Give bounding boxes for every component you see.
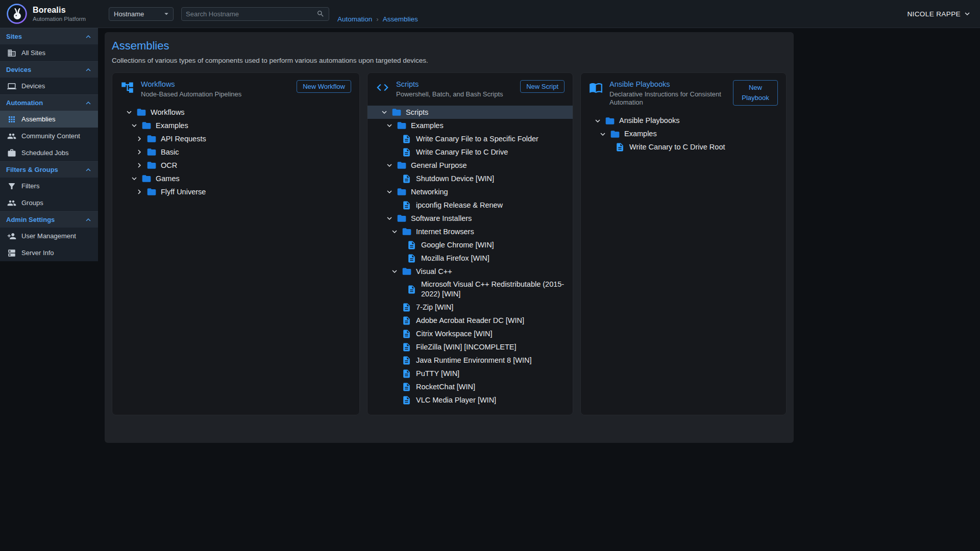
tree-item-file[interactable]: Shutdown Device [WIN] xyxy=(368,172,573,185)
chevron-down-icon[interactable] xyxy=(380,108,391,117)
sidebar-item-devices[interactable]: Devices xyxy=(0,78,98,94)
sidebar-section-automation[interactable]: Automation xyxy=(0,94,98,111)
tree-item-file[interactable]: RocketChat [WIN] xyxy=(368,380,573,393)
tree-item-file[interactable]: FileZilla [WIN] [INCOMPLETE] xyxy=(368,340,573,354)
tree-item-label: Microsoft Visual C++ Redistributable (20… xyxy=(421,278,568,300)
tree-item-file[interactable]: Mozilla Firefox [WIN] xyxy=(368,252,573,265)
card-titles: WorkflowsNode-Based Automation Pipelines xyxy=(141,80,290,98)
sidebar-item-filters[interactable]: Filters xyxy=(0,178,98,194)
tree-item-label: Examples xyxy=(411,119,444,132)
dropdown-caret-icon xyxy=(162,9,171,18)
tree-item-label: VLC Media Player [WIN] xyxy=(416,394,496,407)
tree-item-folder[interactable]: Networking xyxy=(368,185,573,198)
groups-icon xyxy=(7,198,16,208)
folder-icon xyxy=(402,227,412,237)
user-management-icon xyxy=(7,232,16,241)
chevron-down-icon xyxy=(963,9,972,18)
hostname-dropdown[interactable]: Hostname xyxy=(109,7,174,21)
sidebar-item-scheduled-jobs[interactable]: Scheduled Jobs xyxy=(0,144,98,161)
new-workflow-button[interactable]: New Workflow xyxy=(297,80,351,93)
chevron-down-icon[interactable] xyxy=(130,121,141,130)
sidebar-item-label: User Management xyxy=(21,232,76,240)
tree-item-folder[interactable]: Examples xyxy=(112,119,359,132)
file-icon xyxy=(407,285,417,294)
chevron-down-icon[interactable] xyxy=(130,174,141,183)
page-title: Assemblies xyxy=(112,39,787,53)
tree-item-file[interactable]: 7-Zip [WIN] xyxy=(368,300,573,314)
chevron-down-icon[interactable] xyxy=(385,187,397,196)
page-description: Collections of various types of componen… xyxy=(112,57,787,64)
tree-item-folder[interactable]: Software Installers xyxy=(368,212,573,225)
tree-item-file[interactable]: VLC Media Player [WIN] xyxy=(368,393,573,407)
sidebar-item-community-content[interactable]: Community Content xyxy=(0,128,98,144)
tree-item-folder[interactable]: Basic xyxy=(112,145,359,159)
tree-item-file[interactable]: Citrix Workspace [WIN] xyxy=(368,327,573,340)
breadcrumb-assemblies[interactable]: Assemblies xyxy=(383,15,418,23)
file-icon xyxy=(402,201,412,210)
tree-item-label: Examples xyxy=(156,119,188,132)
sidebar-section-filters-groups[interactable]: Filters & Groups xyxy=(0,161,98,178)
chevron-down-icon[interactable] xyxy=(390,267,402,276)
file-icon xyxy=(402,382,412,392)
tree-item-folder[interactable]: Examples xyxy=(368,119,573,132)
chevron-right-icon[interactable] xyxy=(135,161,146,170)
chevron-right-icon[interactable] xyxy=(135,134,146,143)
chevron-down-icon[interactable] xyxy=(390,227,402,236)
chevron-right-icon[interactable] xyxy=(135,187,146,196)
folder-icon xyxy=(391,107,402,117)
tree-item-folder[interactable]: Workflows xyxy=(112,106,359,119)
tree-item-folder[interactable]: Ansible Playbooks xyxy=(581,114,786,128)
user-menu[interactable]: NICOLE RAPPE xyxy=(907,9,972,18)
tree-item-folder[interactable]: Flyff Universe xyxy=(112,185,359,198)
tree-item-folder[interactable]: Visual C++ xyxy=(368,265,573,278)
sidebar-item-server-info[interactable]: Server Info xyxy=(0,244,98,261)
jobs-icon xyxy=(7,148,16,158)
top-bar: Borealis Automation Platform Hostname Au… xyxy=(0,0,980,28)
tree-item-folder[interactable]: OCR xyxy=(112,159,359,172)
tree-item-file[interactable]: Java Runtime Environment 8 [WIN] xyxy=(368,354,573,367)
tree-item-folder[interactable]: General Purpose xyxy=(368,159,573,172)
new-playbook-button[interactable]: New Playbook xyxy=(733,80,778,106)
tree-item-file[interactable]: Write Canary File to a Specific Folder xyxy=(368,132,573,145)
assemblies-icon xyxy=(7,115,16,124)
sidebar-item-groups[interactable]: Groups xyxy=(0,194,98,211)
tree-item-file[interactable]: ipconfig Release & Renew xyxy=(368,198,573,212)
sidebar-item-label: Filters xyxy=(21,182,39,190)
file-icon xyxy=(402,356,412,365)
sidebar-item-label: Groups xyxy=(21,199,43,207)
sites-icon xyxy=(7,48,16,58)
tree-item-label: RocketChat [WIN] xyxy=(416,381,475,393)
chevron-right-icon[interactable] xyxy=(135,147,146,157)
breadcrumb-automation[interactable]: Automation xyxy=(337,15,372,23)
search-input[interactable] xyxy=(186,10,316,18)
chevron-down-icon[interactable] xyxy=(598,130,610,139)
tree-item-label: FileZilla [WIN] [INCOMPLETE] xyxy=(416,341,517,354)
tree-item-folder[interactable]: Internet Browsers xyxy=(368,225,573,238)
chevron-down-icon[interactable] xyxy=(385,121,397,130)
sidebar-section-admin-settings[interactable]: Admin Settings xyxy=(0,211,98,228)
sidebar-section-sites[interactable]: Sites xyxy=(0,28,98,44)
sidebar-item-user-management[interactable]: User Management xyxy=(0,228,98,244)
chevron-down-icon[interactable] xyxy=(385,161,397,170)
tree-item-file[interactable]: Google Chrome [WIN] xyxy=(368,238,573,252)
folder-icon xyxy=(610,129,620,139)
new-script-button[interactable]: New Script xyxy=(520,80,565,93)
tree-item-folder[interactable]: Examples xyxy=(581,128,786,141)
tree-item-folder[interactable]: API Requests xyxy=(112,132,359,145)
tree-item-folder[interactable]: Games xyxy=(112,172,359,185)
chevron-down-icon[interactable] xyxy=(593,116,605,126)
sidebar-item-assemblies[interactable]: Assemblies xyxy=(0,111,98,128)
cards-row: WorkflowsNode-Based Automation Pipelines… xyxy=(112,72,787,415)
tree-item-file[interactable]: Adobe Acrobat Reader DC [WIN] xyxy=(368,314,573,327)
folder-icon xyxy=(146,147,157,157)
sidebar-item-all-sites[interactable]: All Sites xyxy=(0,44,98,61)
sidebar-section-devices[interactable]: Devices xyxy=(0,61,98,78)
tree-item-file[interactable]: Write Canary File to C Drive xyxy=(368,145,573,159)
tree-item-file[interactable]: Write Canary to C Drive Root xyxy=(581,141,786,154)
tree-item-file[interactable]: Microsoft Visual C++ Redistributable (20… xyxy=(368,278,573,300)
tree-item-file[interactable]: PuTTY [WIN] xyxy=(368,367,573,380)
tree-item-label: PuTTY [WIN] xyxy=(416,367,459,380)
chevron-down-icon[interactable] xyxy=(125,108,136,117)
chevron-down-icon[interactable] xyxy=(385,214,397,223)
tree-item-folder[interactable]: Scripts xyxy=(368,106,573,119)
